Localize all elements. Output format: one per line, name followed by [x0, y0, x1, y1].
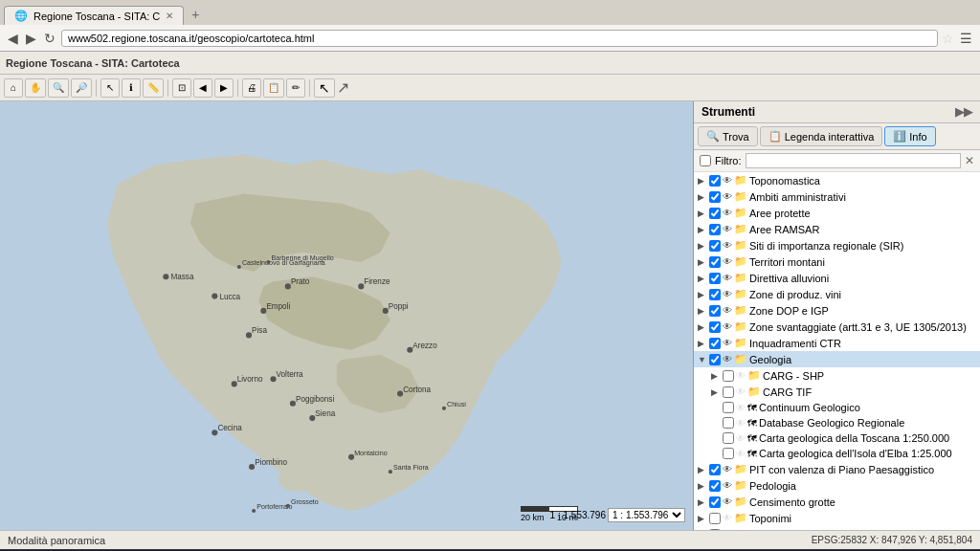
- zoom-control[interactable]: 1 : 1.553.796 1 : 1.553.796: [550, 508, 685, 522]
- check-aree-protette[interactable]: [709, 208, 721, 219]
- vis-icon-carta-geo-125000[interactable]: 👁: [736, 433, 746, 444]
- expand-icon-zone-svantaggiate[interactable]: ▶: [698, 322, 709, 332]
- expand-icon-territori-montani[interactable]: ▶: [698, 257, 709, 267]
- vis-icon-siti-sir[interactable]: 👁: [723, 240, 732, 251]
- vis-icon-ambiti-amm[interactable]: 👁: [723, 191, 732, 202]
- layer-item-ambiti-amm[interactable]: ▶👁📁Ambiti amministrativi: [694, 188, 980, 205]
- back-btn[interactable]: ◀: [6, 31, 20, 46]
- expand-icon-inquadramenti-ctr[interactable]: ▶: [698, 339, 709, 348]
- expand-icon-siti-sir[interactable]: ▶: [698, 241, 709, 251]
- check-toponimi[interactable]: [709, 513, 721, 524]
- expand-icon-ambiti-amm[interactable]: ▶: [698, 192, 709, 202]
- layer-item-carg-tif[interactable]: ▶👁📁CARG TIF: [694, 384, 980, 400]
- draw-btn[interactable]: ✏: [286, 78, 305, 98]
- layer-item-siti-sir[interactable]: ▶👁📁Siti di importanza regionale (SIR): [694, 237, 980, 253]
- vis-icon-carg-shp[interactable]: 👁: [736, 370, 746, 381]
- check-zone-svantaggiate[interactable]: [709, 321, 721, 333]
- refresh-btn[interactable]: ↻: [42, 31, 57, 46]
- print-btn[interactable]: 🖨: [242, 78, 261, 98]
- expand-icon-carg-tif[interactable]: ▶: [711, 387, 723, 397]
- check-continuum[interactable]: [723, 402, 734, 413]
- layer-tree[interactable]: ▶👁📁Toponomastica▶👁📁Ambiti amministrativi…: [694, 172, 980, 530]
- pan-tool-btn[interactable]: ✋: [25, 78, 46, 98]
- menu-btn[interactable]: ☰: [958, 31, 974, 46]
- cursor-tool-btn[interactable]: ↖: [314, 78, 335, 98]
- vis-icon-direttiva-alluvioni[interactable]: 👁: [723, 273, 732, 283]
- check-zone-vini[interactable]: [709, 289, 721, 300]
- layer-mgr-btn[interactable]: 📋: [263, 78, 284, 98]
- vis-icon-territori-montani[interactable]: 👁: [723, 256, 732, 267]
- check-pedologia[interactable]: [709, 480, 721, 492]
- layer-item-ambiti-amm2[interactable]: ▶👁📁Ambiti amministrativi: [694, 526, 980, 530]
- check-carg-tif[interactable]: [723, 386, 734, 398]
- expand-icon-aree-protette[interactable]: ▶: [698, 209, 709, 218]
- vis-icon-geologia[interactable]: 👁: [723, 354, 732, 364]
- layer-item-zone-dop[interactable]: ▶👁📁Zone DOP e IGP: [694, 302, 980, 319]
- layer-item-geologia[interactable]: ▼👁📁Geologia: [694, 351, 980, 367]
- check-direttiva-alluvioni[interactable]: [709, 273, 721, 284]
- expand-icon-direttiva-alluvioni[interactable]: ▶: [698, 274, 709, 283]
- url-input[interactable]: [61, 30, 938, 47]
- layer-item-censimento-grotte[interactable]: ▶👁📁Censimento grotte: [694, 494, 980, 510]
- check-zone-dop[interactable]: [709, 305, 721, 317]
- expand-icon-censimento-grotte[interactable]: ▶: [698, 497, 709, 507]
- full-extent-btn[interactable]: ⊡: [172, 78, 191, 98]
- check-censimento-grotte[interactable]: [709, 496, 721, 508]
- layer-item-continuum[interactable]: 👁🗺Continuum Geologico: [694, 400, 980, 415]
- check-carta-geo-elba[interactable]: [723, 448, 734, 459]
- expand-icon-carg-shp[interactable]: ▶: [711, 371, 723, 381]
- layer-item-carta-geo-125000[interactable]: 👁🗺Carta geologica della Toscana 1:250.00…: [694, 430, 980, 446]
- layer-item-direttiva-alluvioni[interactable]: ▶👁📁Direttiva alluvioni: [694, 270, 980, 286]
- vis-icon-zone-vini[interactable]: 👁: [723, 289, 732, 299]
- vis-icon-aree-protette[interactable]: 👁: [723, 208, 732, 218]
- check-siti-sir[interactable]: [709, 240, 721, 252]
- filter-input[interactable]: [746, 153, 962, 168]
- check-carg-shp[interactable]: [723, 370, 734, 382]
- panel-close-btn[interactable]: ▶▶: [955, 105, 972, 119]
- tab-trova[interactable]: 🔍 Trova: [698, 126, 758, 146]
- measure-tool-btn[interactable]: 📏: [143, 78, 164, 98]
- layer-item-toponomastica[interactable]: ▶👁📁Toponomastica: [694, 172, 980, 188]
- check-ambiti-amm[interactable]: [709, 191, 721, 203]
- filter-checkbox[interactable]: [700, 155, 711, 166]
- expand-icon-toponomastica[interactable]: ▶: [698, 176, 709, 186]
- previous-extent-btn[interactable]: ◀: [193, 78, 212, 98]
- layer-item-inquadramenti-ctr[interactable]: ▶👁📁Inquadramenti CTR: [694, 335, 980, 351]
- expand-icon-ambiti-amm2[interactable]: ▶: [698, 530, 709, 531]
- expand-icon-pit-paesaggistico[interactable]: ▶: [698, 465, 709, 474]
- vis-icon-censimento-grotte[interactable]: 👁: [723, 496, 732, 507]
- filter-clear-btn[interactable]: ✕: [965, 154, 974, 167]
- vis-icon-ambiti-amm2[interactable]: 👁: [723, 529, 732, 530]
- expand-icon-geologia[interactable]: ▼: [698, 355, 709, 364]
- next-extent-btn[interactable]: ▶: [214, 78, 234, 98]
- vis-icon-db-geologico[interactable]: 👁: [736, 418, 746, 429]
- map-area[interactable]: Massa Lucca Castelnuovo di Garfagnana Ba…: [0, 101, 693, 530]
- check-aree-ramsar[interactable]: [709, 224, 721, 235]
- select-tool-btn[interactable]: ↖: [100, 78, 120, 98]
- vis-icon-carg-tif[interactable]: 👁: [736, 386, 746, 397]
- vis-icon-zone-svantaggiate[interactable]: 👁: [723, 321, 732, 332]
- check-carta-geo-125000[interactable]: [723, 432, 734, 444]
- layer-item-carta-geo-elba[interactable]: 👁🗺Carta geologica dell'Isola d'Elba 1:25…: [694, 446, 980, 461]
- tab-info[interactable]: ℹ️ Info: [884, 126, 935, 146]
- expand-icon-aree-ramsar[interactable]: ▶: [698, 225, 709, 234]
- expand-icon-zone-dop[interactable]: ▶: [698, 306, 709, 316]
- zoom-select[interactable]: 1 : 1.553.796: [608, 508, 685, 522]
- expand-icon-pedologia[interactable]: ▶: [698, 481, 709, 491]
- bookmark-icon[interactable]: ☆: [942, 31, 954, 46]
- expand-icon-toponimi[interactable]: ▶: [698, 514, 709, 523]
- vis-icon-pedologia[interactable]: 👁: [723, 480, 732, 491]
- forward-btn[interactable]: ▶: [24, 31, 38, 46]
- check-db-geologico[interactable]: [723, 417, 734, 429]
- expand-icon-zone-vini[interactable]: ▶: [698, 290, 709, 299]
- tab-legenda[interactable]: 📋 Legenda interattiva: [760, 126, 883, 146]
- layer-item-pedologia[interactable]: ▶👁📁Pedologia: [694, 477, 980, 494]
- identify-tool-btn[interactable]: ℹ: [122, 78, 141, 98]
- vis-icon-inquadramenti-ctr[interactable]: 👁: [723, 338, 732, 348]
- check-territori-montani[interactable]: [709, 256, 721, 268]
- tab-close-btn[interactable]: ✕: [166, 11, 173, 21]
- vis-icon-carta-geo-elba[interactable]: 👁: [736, 449, 746, 459]
- vis-icon-continuum[interactable]: 👁: [736, 403, 746, 413]
- new-tab-btn[interactable]: +: [184, 4, 207, 25]
- check-geologia[interactable]: [709, 354, 721, 365]
